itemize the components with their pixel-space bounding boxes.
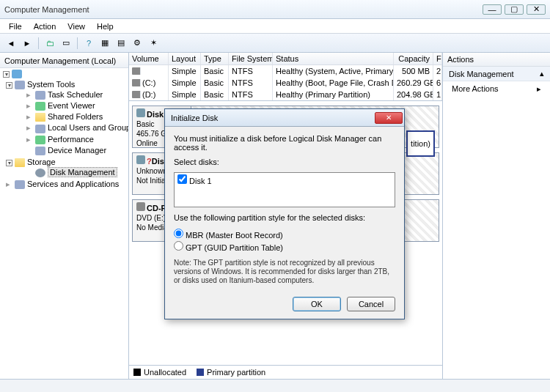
modal-overlay: Initialize Disk ✕ You must initialize a … (0, 0, 550, 392)
dialog-close-button[interactable]: ✕ (375, 112, 403, 124)
disk-list[interactable]: Disk 1 (174, 172, 395, 207)
mbr-radio[interactable] (174, 229, 183, 238)
dialog-title: Initialize Disk (171, 114, 375, 122)
mbr-radio-row[interactable]: MBR (Master Boot Record) (174, 228, 395, 240)
ok-button[interactable]: OK (293, 297, 341, 311)
dialog-message: You must initialize a disk before Logica… (174, 134, 395, 152)
gpt-radio[interactable] (174, 241, 183, 251)
gpt-radio-row[interactable]: GPT (GUID Partition Table) (174, 240, 395, 253)
disk1-checkbox[interactable] (177, 174, 187, 184)
dialog-titlebar[interactable]: Initialize Disk ✕ (165, 109, 404, 127)
disk1-checkbox-row[interactable]: Disk 1 (177, 174, 392, 185)
initialize-disk-dialog: Initialize Disk ✕ You must initialize a … (164, 108, 405, 319)
cancel-button[interactable]: Cancel (347, 297, 395, 311)
select-disks-label: Select disks: (174, 158, 395, 166)
dialog-note: Note: The GPT partition style is not rec… (174, 259, 395, 285)
partition-style-label: Use the following partition style for th… (174, 213, 395, 222)
